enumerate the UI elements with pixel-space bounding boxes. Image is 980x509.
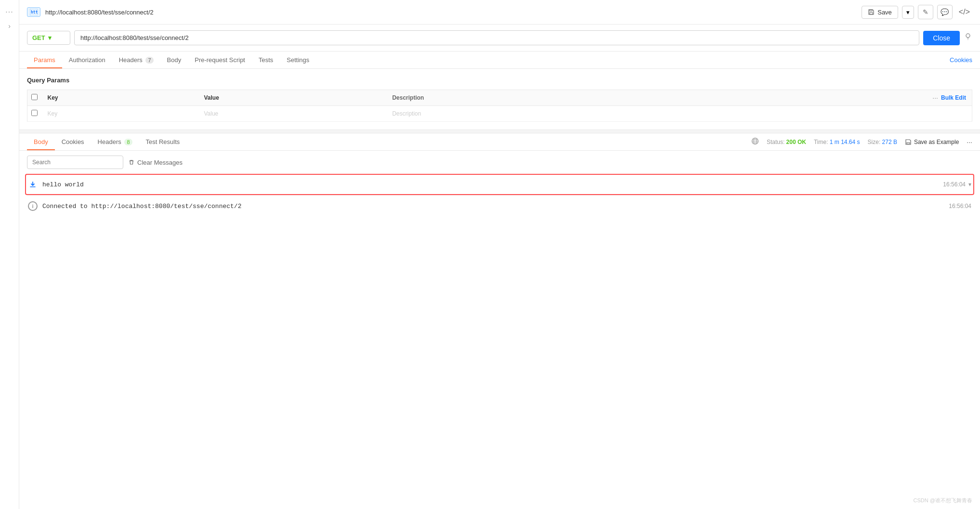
method-dropdown-arrow: ▾	[48, 34, 52, 41]
tab-body-label: Body	[167, 56, 182, 64]
trash-icon	[128, 159, 135, 166]
tab-tests-label: Tests	[259, 56, 273, 64]
time-label: Time: 1 m 14.64 s	[814, 139, 860, 145]
tab-params[interactable]: Params	[27, 52, 62, 68]
response-tab-cookies[interactable]: Cookies	[55, 133, 91, 150]
save-example-button[interactable]: Save as Example	[905, 139, 959, 145]
globe-icon	[751, 137, 759, 145]
message-content-1: hello world	[28, 180, 943, 189]
globe-icon-button[interactable]	[751, 137, 759, 147]
tab-settings[interactable]: Settings	[280, 52, 316, 68]
time-value-1: 16:56:04	[943, 181, 966, 188]
row-checkbox[interactable]	[31, 110, 38, 116]
params-checkbox-header	[27, 90, 42, 106]
tab-authorization[interactable]: Authorization	[62, 52, 112, 68]
clear-messages-label: Clear Messages	[137, 159, 183, 166]
message-content-2: i Connected to http://localhost:8080/tes…	[28, 201, 949, 211]
top-bar: http http://localhost:8080/test/sse/conn…	[19, 0, 980, 25]
method-selector[interactable]: GET ▾	[27, 31, 70, 45]
response-tabs: Body Cookies Headers 8 Test Results	[19, 133, 980, 151]
response-headers-badge: 8	[124, 139, 132, 145]
response-more-button[interactable]: ···	[967, 138, 972, 146]
message-row-hello-world[interactable]: hello world 16:56:04 ▾	[25, 174, 974, 195]
value-cell[interactable]: Value	[198, 106, 386, 122]
sidebar-arrow[interactable]: ›	[8, 22, 11, 30]
size-label: Size: 272 B	[868, 139, 897, 145]
tab-params-label: Params	[34, 56, 55, 64]
messages-list: hello world 16:56:04 ▾ i Connected to ht…	[19, 174, 980, 509]
status-value: 200 OK	[786, 139, 806, 145]
more-options-button[interactable]: ···	[932, 94, 938, 102]
main-content: http http://localhost:8080/test/sse/conn…	[19, 0, 980, 509]
save-icon	[868, 9, 875, 15]
save-example-label: Save as Example	[914, 139, 959, 145]
value-header: Value	[198, 90, 386, 106]
select-all-checkbox[interactable]	[31, 94, 38, 100]
svg-rect-3	[870, 10, 872, 11]
response-tab-body-label: Body	[34, 138, 48, 145]
save-dropdown-button[interactable]: ▾	[902, 6, 914, 19]
bulb-icon-button[interactable]	[964, 32, 972, 43]
description-cell[interactable]: Description	[386, 106, 972, 122]
search-input[interactable]	[27, 156, 123, 169]
description-label: Description	[392, 94, 424, 101]
time-value-2: 16:56:04	[949, 203, 971, 209]
tab-tests[interactable]: Tests	[252, 52, 280, 68]
sidebar-strip: ··· ›	[0, 0, 19, 509]
method-label: GET	[32, 34, 45, 41]
sidebar-dots: ···	[5, 8, 13, 16]
topbar-actions: Save ▾ ✎ 💬 </>	[862, 5, 972, 19]
response-tab-test-results[interactable]: Test Results	[139, 133, 187, 150]
tab-authorization-label: Authorization	[69, 56, 105, 64]
save-button[interactable]: Save	[862, 6, 898, 19]
cookies-link[interactable]: Cookies	[950, 56, 972, 64]
chevron-down-icon[interactable]: ▾	[968, 181, 971, 188]
tab-body[interactable]: Body	[160, 52, 188, 68]
response-tab-test-results-label: Test Results	[146, 138, 180, 145]
message-row-connected[interactable]: i Connected to http://localhost:8080/tes…	[27, 196, 972, 217]
close-button[interactable]: Close	[923, 31, 960, 45]
time-value: 1 m 14.64 s	[830, 139, 860, 145]
url-input[interactable]	[74, 30, 919, 45]
http-icon: http	[27, 7, 40, 17]
params-table: Key Value Description ··· Bulk Edit	[27, 90, 972, 122]
code-icon-button[interactable]: </>	[956, 5, 972, 19]
tab-prerequest[interactable]: Pre-request Script	[188, 52, 252, 68]
response-tab-headers[interactable]: Headers 8	[91, 133, 139, 150]
bulb-icon	[964, 32, 972, 41]
message-time-1: 16:56:04 ▾	[943, 181, 971, 188]
svg-text:http: http	[31, 10, 38, 14]
response-tab-body[interactable]: Body	[27, 133, 55, 150]
svg-point-4	[966, 34, 970, 38]
key-cell[interactable]: Key	[42, 106, 198, 122]
tab-headers-badge: 7	[145, 57, 153, 64]
table-row: Key Value Description	[27, 106, 972, 122]
section-divider	[19, 130, 980, 133]
row-checkbox-cell	[27, 106, 42, 122]
save-example-icon	[905, 139, 912, 145]
message-time-2: 16:56:04	[949, 203, 971, 209]
tab-prerequest-label: Pre-request Script	[195, 56, 245, 64]
topbar-url: http://localhost:8080/test/sse/connect/2	[45, 9, 857, 16]
comment-icon: 💬	[941, 8, 949, 16]
save-label: Save	[877, 9, 892, 16]
svg-rect-10	[907, 143, 910, 144]
download-icon	[28, 180, 38, 189]
bulk-edit-label[interactable]: Bulk Edit	[941, 94, 966, 101]
query-params-section: Query Params Key Value Description	[19, 69, 980, 130]
request-bar: GET ▾ Close	[19, 25, 980, 52]
tab-headers[interactable]: Headers 7	[112, 52, 160, 68]
info-icon: i	[28, 201, 38, 211]
messages-toolbar: Clear Messages	[19, 151, 980, 174]
response-tab-headers-label: Headers	[98, 138, 121, 145]
edit-icon-button[interactable]: ✎	[918, 5, 933, 19]
status-label: Status: 200 OK	[767, 139, 806, 145]
comment-icon-button[interactable]: 💬	[937, 5, 953, 19]
clear-messages-button[interactable]: Clear Messages	[128, 159, 183, 166]
code-icon: </>	[959, 8, 970, 16]
query-params-title: Query Params	[27, 77, 972, 84]
tab-settings-label: Settings	[287, 56, 309, 64]
watermark: CSDN @谁不想飞舞青春	[914, 497, 972, 504]
tab-headers-label: Headers	[119, 56, 143, 64]
description-header: Description ··· Bulk Edit	[386, 90, 972, 106]
